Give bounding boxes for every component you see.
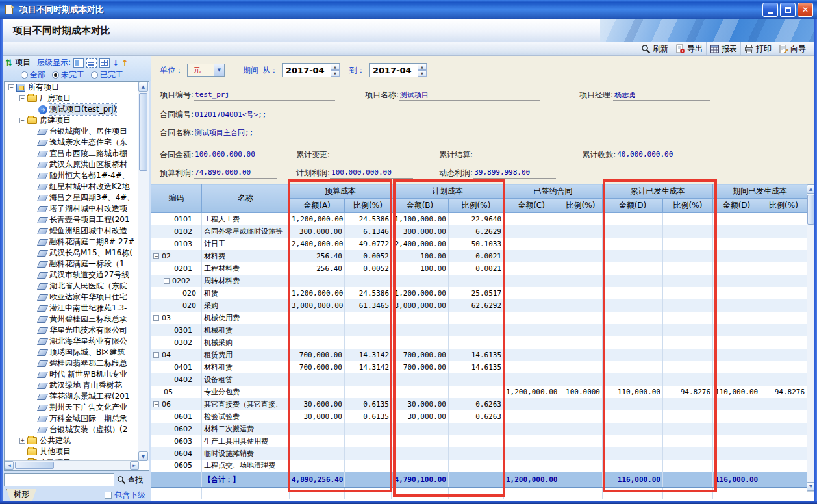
- column-subheader[interactable]: 金额(D): [713, 199, 760, 213]
- table-row[interactable]: 0604临时设施摊销费: [151, 447, 807, 460]
- table-row[interactable]: 0301机械租赁: [151, 324, 807, 336]
- column-subheader[interactable]: 金额(B): [392, 199, 449, 213]
- tree-item[interactable]: 台银城商业、居住项目: [5, 126, 138, 137]
- tree-item[interactable]: 碧桂园翡翠郡二标段总: [5, 358, 138, 369]
- column-subheader[interactable]: 金额(A): [290, 199, 345, 213]
- tree-item[interactable]: +公共建筑: [5, 435, 138, 446]
- period-to-input[interactable]: 2017-04 ▲▼: [369, 63, 427, 77]
- tree-item[interactable]: 万科金域国际一期总承: [5, 413, 138, 424]
- unit-select[interactable]: 元 ▼: [187, 64, 225, 77]
- scroll-right-icon[interactable]: ►: [130, 461, 139, 470]
- tree-item[interactable]: 湖北省人民医院（东院: [5, 281, 138, 292]
- tree-item[interactable]: 顶琇国际城、B区建筑: [5, 347, 138, 358]
- table-row[interactable]: 020采购3,000,000.0061.34653,000,000.0062.6…: [151, 299, 807, 312]
- column-group-header[interactable]: 累计已发生成本: [603, 184, 713, 199]
- tree-item[interactable]: −房建项目: [5, 115, 138, 126]
- table-row[interactable]: 0402设备租赁: [151, 373, 807, 386]
- tree-item[interactable]: ➜测试项目(test_prj): [5, 104, 138, 115]
- scroll-left-icon[interactable]: ◄: [5, 461, 14, 470]
- tree-item[interactable]: 黄州碧桂园三标段总承: [5, 314, 138, 325]
- radio-icon[interactable]: [52, 71, 59, 79]
- radio-已完工[interactable]: 已完工: [91, 69, 123, 81]
- column-group-header[interactable]: 预算成本: [290, 184, 392, 199]
- collapse-icon[interactable]: −: [8, 84, 14, 90]
- sort-descending-icon[interactable]: ↓: [112, 58, 119, 68]
- tree-item[interactable]: 潜江中南世纪雅苑1.3-: [5, 303, 138, 314]
- collapse-icon[interactable]: −: [153, 315, 159, 321]
- radio-未完工[interactable]: 未完工: [52, 69, 84, 81]
- table-row[interactable]: 0601检验试验费30,000.000.613530,000.000.6263: [151, 410, 807, 423]
- tree-item[interactable]: 逸城亲水生态住宅（东: [5, 137, 138, 148]
- column-subheader[interactable]: 比例(%): [559, 199, 603, 213]
- tree-item[interactable]: −厂房项目: [5, 93, 138, 104]
- grid-view-icon[interactable]: [99, 58, 110, 68]
- table-row[interactable]: −03机械使用费: [151, 312, 807, 324]
- radio-icon[interactable]: [91, 71, 98, 79]
- card-view-icon[interactable]: [73, 58, 84, 68]
- column-subheader[interactable]: 金额(D): [603, 199, 663, 213]
- chevron-down-icon[interactable]: ▼: [214, 64, 224, 76]
- table-row[interactable]: 0201工程材料费256.400.0052100.000.0021: [151, 262, 807, 275]
- tree-item[interactable]: 莲花湖东景城工程(201: [5, 391, 138, 402]
- tree-item[interactable]: 台银城安装（虚拟）(2: [5, 424, 138, 435]
- column-group-header[interactable]: 计划成本: [392, 184, 504, 199]
- table-row[interactable]: −06其它直接费（其它直接、30,000.000.613530,000.000.…: [151, 398, 807, 410]
- tab-tree-view[interactable]: 树形: [6, 489, 36, 501]
- table-row[interactable]: 0602材料二次搬运费: [151, 423, 807, 435]
- radio-全部[interactable]: 全部: [21, 69, 45, 81]
- table-row[interactable]: −04租赁费用700,000.0014.3142700,000.0014.613…: [151, 349, 807, 361]
- tree-item[interactable]: 武汉长岛M15、M16栋(: [5, 247, 138, 258]
- tree-item[interactable]: 湖北海华星药业有限公: [5, 336, 138, 347]
- spin-up-icon[interactable]: ▲: [418, 64, 427, 70]
- table-row[interactable]: 0401材料租赁700,000.0014.3142700,000.0014.61…: [151, 361, 807, 373]
- column-subheader[interactable]: 比例(%): [345, 199, 392, 213]
- column-group-header[interactable]: 期间已发生成本: [713, 184, 807, 199]
- scroll-up-icon[interactable]: ▲: [138, 82, 148, 92]
- tree-hscroll-thumb[interactable]: [15, 462, 54, 469]
- table-vscroll-thumb[interactable]: [807, 195, 814, 225]
- tree-item[interactable]: 塔子湖村城中村改造项: [5, 203, 138, 214]
- collapse-icon[interactable]: −: [153, 352, 159, 358]
- collapse-icon[interactable]: −: [19, 118, 25, 123]
- tree-item[interactable]: −所有项目: [5, 82, 138, 93]
- tree-item[interactable]: 海昌之星四期3#、4#、: [5, 192, 138, 203]
- period-from-input[interactable]: 2017-04 ▲▼: [282, 63, 340, 77]
- spin-down-icon[interactable]: ▼: [331, 70, 340, 77]
- table-row[interactable]: 0103计日工2,400,000.0049.07722,400,000.0050…: [151, 238, 807, 250]
- tree-item[interactable]: 融科花满庭一标段（1-: [5, 258, 138, 270]
- column-subheader[interactable]: 比例(%): [449, 199, 504, 213]
- tree-item[interactable]: 红星村城中村改造K2地: [5, 181, 138, 192]
- tree-vscroll-thumb[interactable]: [139, 93, 147, 171]
- tree-search-input[interactable]: [4, 473, 114, 486]
- column-subheader[interactable]: 比例(%): [760, 199, 807, 213]
- table-row[interactable]: −02材料费256.400.0052100.000.0021: [151, 250, 807, 262]
- collapse-icon[interactable]: −: [19, 95, 25, 101]
- tree-item[interactable]: 华星光电技术有限公司: [5, 325, 138, 336]
- tree-item[interactable]: 鲤鱼洲组团城中村改造: [5, 225, 138, 236]
- table-row[interactable]: 0302机械采购: [151, 336, 807, 349]
- column-subheader[interactable]: 金额(C): [504, 199, 559, 213]
- table-row[interactable]: 0101工程人工费1,200,000.0024.53861,100,000.00…: [151, 213, 807, 225]
- scroll-down-icon[interactable]: ▼: [138, 451, 148, 461]
- find-button[interactable]: 查找: [117, 475, 143, 486]
- 报表-button[interactable]: 报表: [706, 42, 740, 55]
- table-row[interactable]: 0605工程点交、场地清理费: [151, 460, 807, 472]
- column-subheader[interactable]: 比例(%): [663, 199, 713, 213]
- tree-item[interactable]: 荆州天下广告文化产业: [5, 402, 138, 413]
- radio-icon[interactable]: [21, 71, 28, 79]
- tree-item[interactable]: 武汉绿地 青山香树花: [5, 380, 138, 391]
- collapse-icon[interactable]: −: [153, 401, 159, 407]
- list-view-icon[interactable]: [86, 58, 97, 68]
- tree-item[interactable]: 时代 新世界B机电专业: [5, 369, 138, 380]
- sort-ascending-icon[interactable]: ↑: [121, 58, 128, 68]
- tree-item[interactable]: 欧亚达家年华项目住宅: [5, 292, 138, 303]
- table-row[interactable]: −0202周转材料费: [151, 275, 807, 287]
- spin-down-icon[interactable]: ▼: [418, 70, 427, 77]
- tree-item[interactable]: 随州恒大名都1#-4#、: [5, 170, 138, 181]
- table-row[interactable]: 0603生产工具用具使用费: [151, 435, 807, 447]
- column-group-header[interactable]: 已签约合同: [504, 184, 603, 199]
- spin-up-icon[interactable]: ▲: [331, 64, 340, 70]
- include-sublevel-checkbox[interactable]: 包含下级: [105, 490, 145, 501]
- tree-horizontal-scrollbar[interactable]: ◄ ►: [5, 460, 139, 470]
- tree-item[interactable]: 武汉东原洪山区板桥村: [5, 159, 138, 170]
